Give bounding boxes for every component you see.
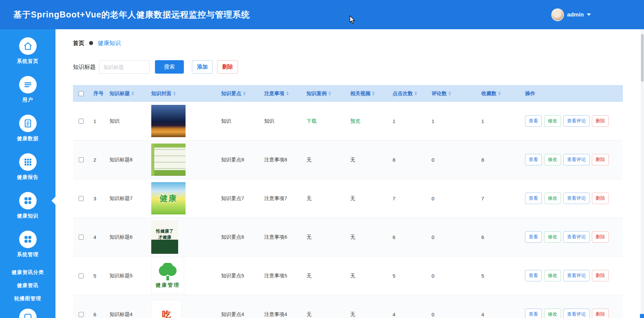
vertical-scrollbar[interactable] — [641, 29, 644, 318]
comment-count-cell: 0 — [427, 234, 477, 240]
column-header[interactable]: 知识标题 — [105, 90, 147, 97]
sidebar-item[interactable]: 健康资讯 — [0, 282, 55, 289]
table-row: 6 知识标题4 吃 知识要点4 注意事项4 无 无 4 0 4 查看 修改 查看… — [73, 295, 623, 318]
table-row: 2 知识标题8 知识要点8 注意事项8 无 无 8 0 8 查看 修改 查看评论… — [73, 141, 623, 179]
edit-button[interactable]: 修改 — [544, 115, 561, 127]
column-header[interactable]: 点击次数 — [388, 90, 427, 97]
row-delete-button[interactable]: 删除 — [592, 115, 609, 127]
view-comments-button[interactable]: 查看评论 — [563, 115, 590, 127]
row-checkbox[interactable] — [79, 157, 84, 162]
view-button[interactable]: 查看 — [525, 115, 542, 127]
knowledge-table: 序号 知识标题 知识封面 知识要点 注意事项 知识案例 相关视频 点击次数 评论… — [73, 85, 623, 318]
row-delete-button[interactable]: 删除 — [592, 231, 609, 243]
knowledge-case-cell[interactable]: 下载 — [307, 118, 317, 124]
column-header[interactable]: 评论数 — [427, 90, 477, 97]
column-header[interactable]: 序号 — [89, 90, 105, 97]
column-header[interactable]: 相关视频 — [346, 90, 388, 97]
sidebar-item[interactable]: 健康知识 — [0, 192, 55, 219]
sort-icon[interactable] — [414, 91, 417, 95]
main-content: 首页 健康知识 知识标题 搜索 添加 删除 序号 知识标题 知识封面 知 — [55, 29, 644, 318]
row-checkbox[interactable] — [79, 119, 84, 124]
view-comments-button[interactable]: 查看评论 — [563, 270, 590, 281]
view-comments-button[interactable]: 查看评论 — [563, 154, 590, 165]
sidebar-item[interactable] — [0, 309, 55, 318]
view-comments-button[interactable]: 查看评论 — [563, 309, 590, 318]
edit-button[interactable]: 修改 — [544, 154, 561, 165]
column-header[interactable]: 知识要点 — [217, 90, 260, 97]
knowledge-title-cell: 知识 — [105, 118, 147, 124]
delete-button[interactable]: 删除 — [217, 60, 238, 74]
table-body: 1 知识 知识 知识 下载 预览 1 1 1 查看 修改 查看评论 删除 2 知… — [73, 102, 623, 318]
sidebar-item[interactable]: 轮播图管理 — [0, 295, 55, 302]
view-button[interactable]: 查看 — [525, 193, 542, 204]
select-all-checkbox[interactable] — [79, 91, 84, 96]
row-checkbox[interactable] — [79, 312, 84, 317]
sidebar-menu: 系统首页 用户 健康数据 健康报告 健康知识 系统管理 健康资讯分类 健康资讯 … — [0, 37, 55, 318]
breadcrumb-current[interactable]: 健康知识 — [98, 39, 121, 47]
view-button[interactable]: 查看 — [525, 231, 542, 243]
row-checkbox[interactable] — [79, 235, 84, 240]
knowledge-notes-cell: 注意事项8 — [260, 157, 302, 163]
chevron-down-icon — [587, 13, 591, 16]
knowledge-notes-cell: 注意事项4 — [260, 311, 302, 318]
search-input[interactable] — [99, 60, 150, 74]
click-count-cell: 8 — [388, 157, 427, 163]
sidebar-item[interactable]: 用户 — [0, 76, 55, 103]
view-comments-button[interactable]: 查看评论 — [563, 231, 590, 243]
edit-button[interactable]: 修改 — [544, 270, 561, 281]
column-header[interactable]: 知识案例 — [302, 90, 346, 97]
edit-button[interactable]: 修改 — [544, 309, 561, 318]
row-delete-button[interactable]: 删除 — [592, 270, 609, 281]
knowledge-points-cell: 知识要点8 — [217, 157, 260, 163]
related-video-cell[interactable]: 预览 — [350, 118, 360, 124]
knowledge-notes-cell: 注意事项5 — [260, 273, 302, 279]
column-header[interactable]: 收藏数 — [477, 90, 521, 97]
row-checkbox[interactable] — [79, 196, 84, 201]
sidebar-item-label: 用户 — [23, 97, 33, 103]
row-actions: 查看 修改 查看评论 删除 — [521, 270, 623, 281]
knowledge-case-cell: 无 — [307, 311, 312, 317]
row-delete-button[interactable]: 删除 — [592, 193, 609, 204]
column-header[interactable]: 操作 — [521, 90, 623, 97]
view-button[interactable]: 查看 — [525, 270, 542, 281]
sidebar-item[interactable]: 系统管理 — [0, 231, 55, 258]
view-button[interactable]: 查看 — [525, 154, 542, 165]
grid4-icon — [19, 231, 37, 248]
add-button[interactable]: 添加 — [192, 60, 213, 74]
row-delete-button[interactable]: 删除 — [592, 154, 609, 165]
sort-icon[interactable] — [173, 91, 176, 95]
row-checkbox[interactable] — [79, 273, 84, 278]
sort-icon[interactable] — [286, 91, 289, 95]
knowledge-notes-cell: 注意事项6 — [260, 234, 302, 240]
sidebar: 系统首页 用户 健康数据 健康报告 健康知识 系统管理 健康资讯分类 健康资讯 … — [0, 29, 55, 318]
username: admin — [567, 11, 584, 18]
search-button[interactable]: 搜索 — [155, 60, 184, 74]
sidebar-item[interactable]: 健康数据 — [0, 115, 55, 142]
related-video-cell: 无 — [350, 195, 355, 201]
sidebar-item[interactable]: 系统首页 — [0, 37, 55, 65]
sort-icon[interactable] — [328, 91, 331, 95]
sidebar-item[interactable]: 健康报告 — [0, 153, 55, 181]
user-avatar[interactable] — [551, 8, 564, 21]
scrollbar-thumb[interactable] — [641, 34, 644, 82]
column-header[interactable]: 知识封面 — [147, 90, 217, 97]
breadcrumb-home[interactable]: 首页 — [73, 39, 84, 47]
row-delete-button[interactable]: 删除 — [592, 309, 609, 318]
comment-count-cell: 0 — [427, 196, 477, 201]
view-button[interactable]: 查看 — [525, 309, 542, 318]
column-header[interactable]: 注意事项 — [260, 90, 302, 97]
sidebar-item[interactable]: 健康资讯分类 — [0, 269, 55, 276]
search-toolbar: 知识标题 搜索 添加 删除 — [73, 60, 644, 74]
edit-button[interactable]: 修改 — [544, 231, 561, 243]
user-menu[interactable]: admin — [551, 8, 591, 21]
favorite-count-cell: 4 — [477, 312, 521, 317]
knowledge-cover-image: 健康管理 — [151, 257, 184, 294]
sort-icon[interactable] — [243, 91, 246, 95]
sort-icon[interactable] — [372, 91, 375, 95]
row-index: 5 — [89, 273, 105, 279]
edit-button[interactable]: 修改 — [544, 193, 561, 204]
sort-icon[interactable] — [131, 91, 134, 95]
sort-icon[interactable] — [448, 91, 451, 95]
sort-icon[interactable] — [498, 91, 501, 95]
view-comments-button[interactable]: 查看评论 — [563, 193, 590, 204]
